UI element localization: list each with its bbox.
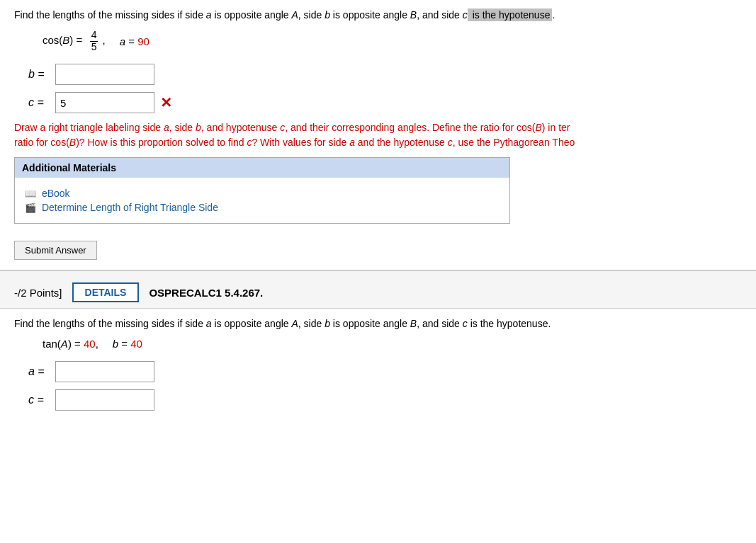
video-icon: 🎬 — [25, 202, 36, 213]
b-input-row: b = — [28, 64, 742, 85]
second-given-b: b = 40 — [113, 338, 142, 350]
var-A: A — [291, 9, 298, 21]
additional-materials-body: 📖 eBook 🎬 Determine Length of Right Tria… — [15, 178, 509, 223]
s2-var-a: a — [206, 318, 212, 329]
b-label: b = — [28, 68, 50, 81]
s2-c-input[interactable] — [55, 389, 154, 411]
hint-text: Draw a right triangle labeling side a, s… — [14, 120, 742, 150]
c-label: c = — [28, 96, 50, 109]
a-value: 90 — [137, 35, 149, 47]
s2-a-label: a = — [28, 365, 50, 378]
s2-var-b-given: b — [113, 338, 118, 350]
s2-text-2: is opposite angle — [212, 318, 292, 329]
instruction-text-4: is opposite angle — [330, 9, 410, 21]
problem-instruction: Find the lengths of the missing sides if… — [14, 7, 742, 23]
problem-id: OSPRECALC1 5.4.267. — [149, 287, 263, 299]
s2-text-4: is opposite angle — [330, 318, 410, 329]
given-values-row: cos(B) = 4 5 , a = 90 — [43, 30, 742, 52]
period: . — [552, 9, 555, 21]
cos-equation: cos(B) = 4 5 , — [43, 30, 106, 52]
top-section: Find the lengths of the missing sides if… — [0, 0, 756, 270]
tan-value: 40 — [84, 338, 96, 350]
second-instruction-text: Find the lengths of the missing sides if… — [14, 318, 206, 329]
instruction-text-2: is opposite angle — [212, 9, 292, 21]
s2-a-input[interactable] — [55, 361, 154, 382]
second-problem-section: Find the lengths of the missing sides if… — [0, 309, 756, 431]
second-problem-instruction: Find the lengths of the missing sides if… — [14, 316, 742, 331]
s2-text-5: , and side — [417, 318, 463, 329]
fraction-denominator: 5 — [90, 42, 98, 52]
c-input-row: c = ✕ — [28, 92, 742, 113]
given-a-value: a = 90 — [120, 35, 149, 47]
c-input[interactable] — [55, 92, 154, 113]
s2-var-B: B — [410, 318, 417, 329]
var-b: b — [325, 9, 330, 21]
points-prefix: -/2 Points] — [14, 287, 62, 299]
var-B: B — [410, 9, 417, 21]
wrong-mark: ✕ — [160, 94, 172, 111]
hint-a: a — [164, 122, 169, 133]
video-link[interactable]: 🎬 Determine Length of Right Triangle Sid… — [25, 202, 500, 213]
s2-var-A: A — [291, 318, 298, 329]
instruction-text-1: Find the lengths of the missing sides if… — [14, 9, 206, 21]
var-B-cos: B — [62, 34, 69, 46]
b-input[interactable] — [55, 64, 154, 85]
additional-materials-box: Additional Materials 📖 eBook 🎬 Determine… — [14, 157, 510, 224]
s2-var-b: b — [325, 318, 330, 329]
s2-var-c: c — [463, 318, 468, 329]
instruction-text-3: , side — [298, 9, 325, 21]
hypotenuse-highlight: is the hypotenuse — [468, 8, 553, 21]
ebook-label: eBook — [42, 188, 70, 199]
additional-materials-header: Additional Materials — [15, 158, 509, 178]
hint-line-1: Draw a right triangle labeling side a, s… — [14, 120, 742, 135]
s2-a-input-row: a = — [28, 361, 742, 382]
var-a: a — [206, 9, 212, 21]
fraction-4-5: 4 5 — [90, 30, 98, 52]
ebook-icon: 📖 — [25, 188, 36, 199]
instruction-text-5: , and side — [417, 9, 463, 21]
fraction-numerator: 4 — [90, 30, 98, 41]
var-c: c — [463, 9, 468, 21]
tan-equation: tan(A) = 40, — [43, 338, 98, 350]
s2-c-input-row: c = — [28, 389, 742, 411]
s2-text-3: , side — [298, 318, 325, 329]
second-given-values: tan(A) = 40, b = 40 — [43, 338, 742, 350]
second-section-header: -/2 Points] DETAILS OSPRECALC1 5.4.267. — [0, 271, 756, 308]
hint-b: b — [196, 122, 201, 133]
points-header-row: -/2 Points] DETAILS OSPRECALC1 5.4.267. — [14, 277, 742, 308]
var-a-given: a — [120, 35, 125, 47]
var-A-tan: A — [61, 338, 68, 350]
s2-text-6: is the hypotenuse. — [468, 318, 551, 329]
video-label: Determine Length of Right Triangle Side — [42, 202, 218, 213]
submit-button[interactable]: Submit Answer — [14, 241, 97, 260]
ebook-link[interactable]: 📖 eBook — [25, 188, 500, 199]
submit-area: Submit Answer — [14, 231, 742, 270]
s2-c-label: c = — [28, 394, 50, 406]
details-button[interactable]: DETAILS — [72, 282, 140, 302]
b-value-2: 40 — [130, 338, 142, 350]
hint-c: c — [280, 122, 285, 133]
hint-line-2: ratio for cos(B)? How is this proportion… — [14, 135, 742, 150]
